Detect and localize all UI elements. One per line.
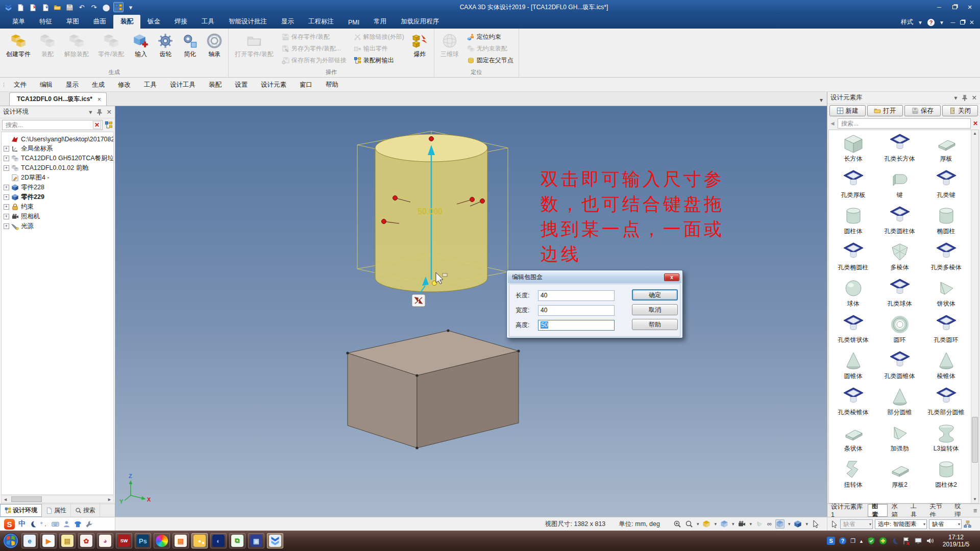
ribbon-tab-显示[interactable]: 显示 xyxy=(274,15,301,29)
library-item-长方体[interactable]: 长方体 xyxy=(830,133,876,162)
color-wheel-icon[interactable] xyxy=(154,533,170,548)
dialog-close-button[interactable]: x xyxy=(664,273,679,281)
library-button-关闭[interactable]: 关闭 xyxy=(942,105,978,116)
help-icon[interactable]: ? xyxy=(927,19,935,26)
zoom-window-icon[interactable] xyxy=(685,520,693,528)
library-scrollbar[interactable]: ▲ ▼ xyxy=(971,130,978,503)
photoshop-icon[interactable]: Ps xyxy=(135,533,151,548)
photo-viewer-icon[interactable]: ▣ xyxy=(248,533,264,548)
close-doc-icon[interactable]: ✕ xyxy=(28,2,38,12)
library-tabs-overflow-icon[interactable]: ≡ xyxy=(970,504,980,517)
expand-icon[interactable]: + xyxy=(4,156,9,161)
library-item-扭转体[interactable]: 扭转体 xyxy=(830,459,876,488)
zoom-in-icon[interactable] xyxy=(673,520,681,528)
ribbon-tab-曲面[interactable]: 曲面 xyxy=(86,15,113,29)
ribbon-button-装配树输出[interactable]: 装配树输出 xyxy=(352,55,406,66)
help-button[interactable]: 帮助 xyxy=(632,319,678,330)
length-input[interactable]: 40 xyxy=(538,290,615,301)
expand-icon[interactable]: + xyxy=(4,146,9,152)
ribbon-tab-工具[interactable]: 工具 xyxy=(194,15,222,29)
tree-item-零件228[interactable]: +零件228 xyxy=(3,183,113,192)
start-button[interactable] xyxy=(2,532,19,549)
style-combo[interactable]: 缺省▾ xyxy=(840,519,873,529)
library-item-键[interactable]: 键 xyxy=(876,169,923,198)
ok-button[interactable]: 确定 xyxy=(632,289,678,300)
doc-restore-button[interactable] xyxy=(960,19,965,26)
library-item-孔类球体[interactable]: 孔类球体 xyxy=(876,278,923,307)
internet-explorer-icon[interactable]: e xyxy=(21,533,38,548)
expand-icon[interactable]: + xyxy=(4,204,9,210)
library-item-条状体[interactable]: 条状体 xyxy=(830,423,876,452)
ribbon-button-爆炸[interactable]: 爆炸 xyxy=(408,30,432,68)
help-icon[interactable] xyxy=(839,537,847,545)
library-item-孔类椭圆柱[interactable]: 孔类椭圆柱 xyxy=(830,242,876,271)
menu-item-设置[interactable]: 设置 xyxy=(228,79,254,91)
library-item-孔类棱锥体[interactable]: 孔类棱锥体 xyxy=(830,387,876,416)
person-icon[interactable] xyxy=(63,520,70,528)
scrollbar-thumb[interactable] xyxy=(972,417,978,463)
dialog-title-bar[interactable]: 编辑包围盒 x xyxy=(508,271,681,283)
library-button-新建[interactable]: 新建 xyxy=(829,105,866,116)
save-icon[interactable] xyxy=(64,2,75,12)
minimize-button[interactable]: ─ xyxy=(932,3,946,12)
menu-item-帮助[interactable]: 帮助 xyxy=(319,79,345,91)
library-item-厚板[interactable]: 厚板 xyxy=(923,133,969,162)
flag-icon[interactable] xyxy=(902,537,911,545)
library-item-圆环[interactable]: 圆环 xyxy=(876,314,923,343)
library-tab-工具[interactable]: 工具 xyxy=(907,504,926,517)
clear-search-icon[interactable]: ✕ xyxy=(93,121,101,129)
3d-viewport[interactable]: 50.000 xyxy=(115,106,827,517)
left-tab-搜索[interactable]: 搜索 xyxy=(71,504,100,517)
menu-item-显示[interactable]: 显示 xyxy=(59,79,85,91)
import-doc-icon[interactable]: ▾ xyxy=(40,2,50,12)
library-item-椭圆柱[interactable]: 椭圆柱 xyxy=(923,206,969,235)
ribbon-button-齿轮[interactable]: 齿轮 xyxy=(154,30,177,68)
panel-dropdown-icon[interactable]: ▾ xyxy=(89,108,92,116)
library-item-孔类圆环[interactable]: 孔类圆环 xyxy=(923,314,969,343)
height-input[interactable]: 50 xyxy=(538,320,615,331)
network-icon[interactable] xyxy=(914,537,922,545)
view-cube-icon[interactable] xyxy=(702,520,710,528)
tree-item-TCA12DFL0 GH5120TCA餐厨垃圾[interactable]: +TCA12DFL0 GH5120TCA餐厨垃圾 xyxy=(3,154,113,163)
tree-item-约束[interactable]: +约束 xyxy=(3,202,113,212)
width-input[interactable]: 40 xyxy=(538,305,615,316)
library-item-球体[interactable]: 球体 xyxy=(830,278,876,307)
green-link-icon[interactable]: ⧉ xyxy=(229,533,246,548)
ribbon-tab-焊接[interactable]: 焊接 xyxy=(167,15,194,29)
library-tab-水箱[interactable]: 水箱 xyxy=(888,504,906,517)
painter-icon[interactable]: ◕ xyxy=(97,533,113,548)
library-tab-纹理[interactable]: 纹理 xyxy=(951,504,970,517)
filter-icon[interactable] xyxy=(105,121,113,129)
toolbox-icon[interactable] xyxy=(85,520,93,528)
ribbon-button-简化[interactable]: 简化 xyxy=(178,30,202,68)
caxa-logo-icon[interactable] xyxy=(3,2,13,12)
library-item-孔类圆锥体[interactable]: 孔类圆锥体 xyxy=(876,350,923,380)
ribbon-tab-装配[interactable]: 装配 xyxy=(113,15,140,29)
display-cube-icon[interactable] xyxy=(775,519,785,529)
expand-icon[interactable]: + xyxy=(4,185,9,190)
ribbon-tab-常用[interactable]: 常用 xyxy=(366,15,394,29)
library-button-保存[interactable]: 保存 xyxy=(904,105,941,116)
ribbon-button-输入[interactable]: 输入 xyxy=(129,30,153,68)
ribbon-tab-PMI[interactable]: PMI xyxy=(341,16,366,29)
tree-item-TCA12DFL0.01.02 前舱[interactable]: +TCA12DFL0.01.02 前舱 xyxy=(3,163,113,173)
tab-list-chevron-icon[interactable]: ▾ xyxy=(816,96,827,106)
panel-pin-icon[interactable] xyxy=(95,108,104,116)
menu-item-生成[interactable]: 生成 xyxy=(85,79,111,91)
expand-icon[interactable]: + xyxy=(4,165,9,171)
ribbon-button-创建零件[interactable]: 创建零件 xyxy=(2,30,35,68)
library-item-孔类长方体[interactable]: 孔类长方体 xyxy=(876,133,923,162)
ribbon-tab-工程标注[interactable]: 工程标注 xyxy=(301,15,341,29)
hierarchy-icon[interactable] xyxy=(964,520,971,528)
document-tab[interactable]: TCA12DFL0 GH...圾车.ics* × xyxy=(9,92,107,106)
new-file-icon[interactable] xyxy=(15,2,26,12)
chinese-mode-icon[interactable]: 中 xyxy=(18,519,26,529)
help-caret-icon[interactable]: ▾ xyxy=(938,19,946,26)
shade-cube-icon[interactable] xyxy=(720,520,728,528)
menu-item-工具[interactable]: 工具 xyxy=(137,79,163,91)
sogou-tray-icon[interactable]: S xyxy=(827,537,835,545)
library-item-饼状体[interactable]: 饼状体 xyxy=(923,278,969,307)
menu-item-装配[interactable]: 装配 xyxy=(202,79,228,91)
solidworks-icon[interactable]: SW xyxy=(116,533,132,548)
library-button-打开[interactable]: 打开 xyxy=(867,105,903,116)
